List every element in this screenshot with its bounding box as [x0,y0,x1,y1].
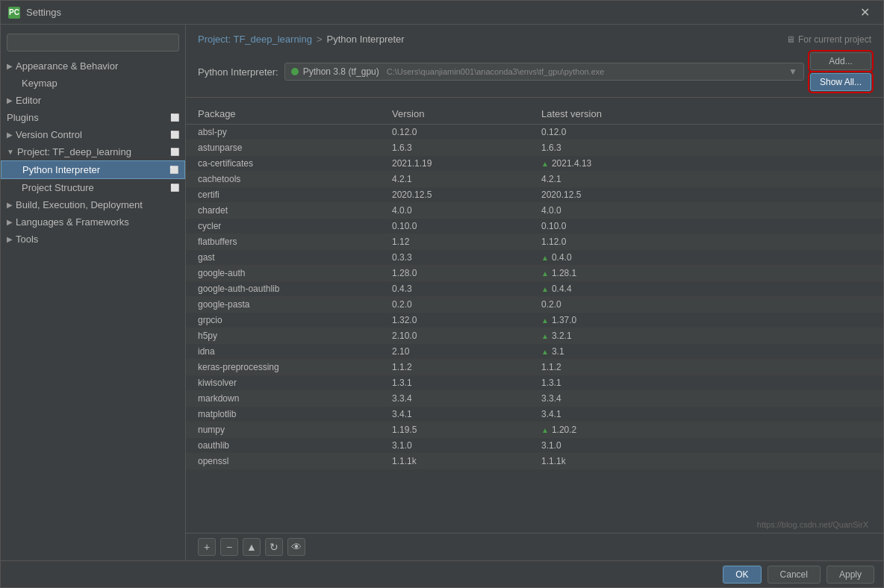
package-name: keras-preprocessing [198,362,392,372]
chevron-icon-build: ▶ [7,201,13,209]
package-latest: 0.10.0 [541,221,871,231]
table-row[interactable]: google-pasta0.2.00.2.0 [186,297,883,313]
package-latest: ▲ 3.2.1 [541,331,871,341]
cancel-button[interactable]: Cancel [768,566,821,584]
package-latest: 0.12.0 [541,127,871,137]
package-name: grpcio [198,315,392,325]
sidebar-label-appearance: Appearance & Behavior [16,60,118,72]
col-latest: Latest version [541,108,871,119]
table-row[interactable]: certifi2020.12.52020.12.5 [186,187,883,203]
package-name: chardet [198,205,392,216]
table-row[interactable]: google-auth-oauthlib0.4.3▲ 0.4.4 [186,281,883,297]
interpreter-status-dot [291,68,299,75]
chevron-icon-editor: ▶ [7,96,13,104]
table-row[interactable]: markdown3.3.43.3.4 [186,391,883,407]
package-name: absl-py [198,127,392,137]
package-name: flatbuffers [198,237,392,247]
app-icon: PC [8,7,20,19]
interpreter-row: Python Interpreter: Python 3.8 (tf_gpu) … [198,52,871,91]
package-version: 3.4.1 [392,409,541,419]
package-version: 3.1.0 [392,440,541,451]
sidebar: ▶ Appearance & Behavior Keymap ▶ Editor … [1,25,186,560]
add-button[interactable]: Add... [810,52,871,70]
table-row[interactable]: chardet4.0.04.0.0 [186,203,883,219]
sidebar-label-plugins: Plugins [7,112,39,123]
sidebar-label-project-structure: Project Structure [22,182,94,193]
package-version: 0.4.3 [392,284,541,294]
table-row[interactable]: kiwisolver1.3.11.3.1 [186,375,883,391]
watermark: https://blog.csdn.net/QuanSirX [757,520,868,529]
chevron-icon-tools: ▶ [7,235,13,243]
for-current-project: 🖥 For current project [786,34,871,45]
sidebar-item-project-structure[interactable]: Project Structure ⬜ [1,179,185,196]
table-row[interactable]: google-auth1.28.0▲ 1.28.1 [186,266,883,281]
show-all-button[interactable]: Show All... [810,73,871,91]
package-latest: 4.0.0 [541,205,871,216]
sidebar-item-keymap[interactable]: Keymap [1,75,185,92]
table-row[interactable]: grpcio1.32.0▲ 1.37.0 [186,313,883,328]
search-input[interactable] [7,34,179,51]
upgrade-arrow-icon: ▲ [541,160,549,168]
sidebar-item-editor[interactable]: ▶ Editor [1,92,185,109]
sidebar-item-plugins[interactable]: Plugins ⬜ [1,109,185,126]
refresh-button[interactable]: ↻ [265,538,283,556]
table-body[interactable]: absl-py0.12.00.12.0astunparse1.6.31.6.3c… [186,125,883,533]
upgrade-arrow-icon: ▲ [541,285,549,293]
sidebar-item-languages[interactable]: ▶ Languages & Frameworks [1,213,185,231]
table-row[interactable]: astunparse1.6.31.6.3 [186,140,883,156]
sidebar-item-build-exec[interactable]: ▶ Build, Execution, Deployment [1,196,185,213]
table-row[interactable]: idna2.10▲ 3.1 [186,344,883,360]
sidebar-item-tools[interactable]: ▶ Tools [1,231,185,248]
sidebar-item-project[interactable]: ▼ Project: TF_deep_learning ⬜ [1,143,185,160]
chevron-icon: ▶ [7,62,13,70]
upgrade-arrow-icon: ▲ [541,332,549,340]
interpreter-name: Python 3.8 (tf_gpu) [303,66,379,77]
table-row[interactable]: gast0.3.3▲ 0.4.0 [186,250,883,266]
package-latest: ▲ 1.20.2 [541,425,871,435]
interpreter-label: Python Interpreter: [198,66,278,78]
table-row[interactable]: numpy1.19.5▲ 1.20.2 [186,422,883,438]
table-row[interactable]: openssl1.1.1k1.1.1k [186,454,883,469]
sidebar-item-python-interpreter[interactable]: Python Interpreter ⬜ [1,160,185,179]
package-version: 1.6.3 [392,143,541,153]
package-name: kiwisolver [198,378,392,388]
add-package-button[interactable]: + [198,538,216,556]
sidebar-item-appearance[interactable]: ▶ Appearance & Behavior [1,57,185,75]
remove-package-button[interactable]: − [220,538,238,556]
package-latest: 1.3.1 [541,378,871,388]
table-row[interactable]: absl-py0.12.00.12.0 [186,125,883,140]
table-row[interactable]: ca-certificates2021.1.19▲ 2021.4.13 [186,156,883,172]
chevron-icon-lang: ▶ [7,218,13,226]
package-latest: ▲ 1.37.0 [541,315,871,325]
package-version: 2.10 [392,346,541,357]
ok-button[interactable]: OK [723,566,761,584]
package-name: astunparse [198,143,392,153]
sidebar-label-keymap: Keymap [22,78,57,89]
table-row[interactable]: oauthlib3.1.03.1.0 [186,438,883,454]
table-row[interactable]: cachetools4.2.14.2.1 [186,172,883,187]
table-row[interactable]: cycler0.10.00.10.0 [186,219,883,234]
table-row[interactable]: h5py2.10.0▲ 3.2.1 [186,328,883,344]
close-button[interactable]: ✕ [854,2,876,22]
package-version: 4.0.0 [392,205,541,216]
package-name: certifi [198,190,392,200]
package-version: 0.10.0 [392,221,541,231]
sidebar-label-project: Project: TF_deep_learning [17,146,131,157]
table-row[interactable]: keras-preprocessing1.1.21.1.2 [186,360,883,375]
package-latest: 4.2.1 [541,174,871,184]
dropdown-arrow-icon: ▼ [788,66,797,77]
table-row[interactable]: flatbuffers1.121.12.0 [186,234,883,250]
package-version: 1.12 [392,237,541,247]
show-details-button[interactable]: 👁 [287,538,305,556]
apply-button[interactable]: Apply [827,566,874,584]
sidebar-item-version-control[interactable]: ▶ Version Control ⬜ [1,126,185,143]
interpreter-actions: Add... Show All... [810,52,871,91]
interpreter-select[interactable]: Python 3.8 (tf_gpu) C:\Users\quanjiamin0… [284,63,804,81]
package-latest: ▲ 0.4.0 [541,252,871,263]
package-version: 4.2.1 [392,174,541,184]
upgrade-package-button[interactable]: ▲ [243,538,261,556]
package-name: matplotlib [198,409,392,419]
package-name: cycler [198,221,392,231]
sidebar-label-languages: Languages & Frameworks [16,216,129,228]
table-row[interactable]: matplotlib3.4.13.4.1 [186,407,883,422]
